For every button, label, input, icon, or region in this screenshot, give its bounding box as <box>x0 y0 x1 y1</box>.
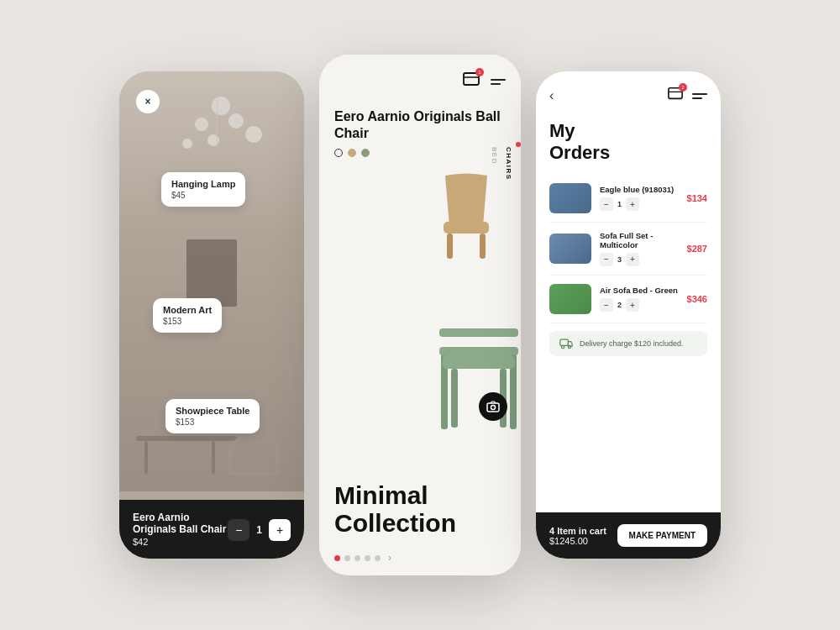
order-item-3: Air Sofa Bed - Green − 2 + $346 <box>549 276 707 323</box>
order3-qty-val: 2 <box>617 301 622 309</box>
product-label-lamp[interactable]: Hanging Lamp $45 <box>161 172 245 207</box>
lamp-wire <box>217 71 218 147</box>
order-item-1: Eagle blue (918031) − 1 + $134 <box>549 175 707 223</box>
back-button[interactable]: ‹ <box>549 88 554 103</box>
svg-point-18 <box>568 345 570 348</box>
bulb-decoration <box>245 126 262 143</box>
svg-rect-7 <box>439 328 518 337</box>
order3-increase[interactable]: + <box>626 298 639 312</box>
order-price-1: $134 <box>687 193 707 203</box>
order-name-1: Eagle blue (918031) <box>600 185 679 194</box>
chair-bottom-svg <box>433 303 521 429</box>
art-price: $153 <box>163 317 212 326</box>
menu-line-1 <box>491 79 506 81</box>
product-title: Eero Aarnio Originals Ball Chair <box>133 512 228 535</box>
order-image-3 <box>549 284 591 314</box>
cart-badge: 1 <box>475 68 484 76</box>
bulb-decoration <box>195 118 208 131</box>
order2-decrease[interactable]: − <box>600 253 613 266</box>
phone-orders: ‹ 2 <box>536 71 721 559</box>
order-qty-2: − 3 + <box>600 253 679 266</box>
order-item-2: Sofa Full Set - Multicolor − 3 + $287 <box>549 223 707 276</box>
order-info-3: Air Sofa Bed - Green − 2 + <box>600 286 679 312</box>
cart-badge-3: 2 <box>679 83 687 92</box>
quantity-decrease-button[interactable]: − <box>228 519 249 541</box>
phone2-header: 1 <box>319 55 521 100</box>
quantity-controls: − 1 + <box>228 519 291 541</box>
menu-line-3-2 <box>692 97 702 99</box>
product-display-area: Eero Aarnio Originals Ball Chair CHAIRS … <box>319 100 521 471</box>
svg-rect-10 <box>451 369 458 428</box>
product-details: Eero Aarnio Originals Ball Chair $42 <box>133 512 228 547</box>
lamp-name: Hanging Lamp <box>171 179 235 189</box>
orders-title-line2: Orders <box>549 142 610 163</box>
order-price-3: $346 <box>687 294 707 304</box>
svg-rect-3 <box>447 234 453 259</box>
camera-button[interactable] <box>479 392 507 421</box>
order-name-2: Sofa Full Set - Multicolor <box>600 231 679 249</box>
order-list: Eagle blue (918031) − 1 + $134 Sofa Full… <box>536 175 721 324</box>
main-title: Minimal Collection <box>334 481 506 537</box>
phone3-header: ‹ 2 <box>536 71 721 113</box>
order-info-1: Eagle blue (918031) − 1 + <box>600 185 679 211</box>
category-bed[interactable]: BED <box>487 142 501 186</box>
header-icons: 2 <box>667 87 707 105</box>
color-option-tan[interactable] <box>348 149 356 157</box>
cart-icon-wrap[interactable]: 1 <box>462 71 480 92</box>
product-bottom-bar: Eero Aarnio Originals Ball Chair $42 − 1… <box>119 500 304 559</box>
order3-decrease[interactable]: − <box>600 298 613 312</box>
pagination-arrow[interactable]: › <box>388 552 391 564</box>
product-label-art[interactable]: Modern Art $153 <box>153 298 222 333</box>
product-label-table[interactable]: Showpiece Table $153 <box>165 399 260 433</box>
order1-increase[interactable]: + <box>626 197 639 211</box>
page-dot-2[interactable] <box>344 555 350 561</box>
product-price: $42 <box>133 537 228 547</box>
page-dot-1[interactable] <box>334 555 340 561</box>
menu-icon[interactable] <box>491 79 506 85</box>
cart-item-count: 4 Item in cart <box>549 526 606 536</box>
menu-line-3-1 <box>692 93 707 95</box>
chair-bottom-img <box>433 303 521 429</box>
order-qty-1: − 1 + <box>600 197 679 211</box>
menu-icon-3[interactable] <box>692 93 707 99</box>
orders-title-area: My Orders <box>536 113 721 175</box>
cart-icon-wrap-3[interactable]: 2 <box>667 87 684 105</box>
category-dot <box>516 142 521 147</box>
phones-container: × Hanging Lamp $45 Modern Art $153 Showp… <box>119 55 721 575</box>
art-name: Modern Art <box>163 305 212 315</box>
category-chairs[interactable]: CHAIRS <box>501 142 516 186</box>
order-info-2: Sofa Full Set - Multicolor − 3 + <box>600 231 679 266</box>
order-image-2 <box>549 234 591 264</box>
bulb-decoration <box>182 139 192 149</box>
order-image-1 <box>549 183 591 213</box>
svg-rect-16 <box>560 339 569 345</box>
close-icon: × <box>144 96 150 108</box>
page-dot-3[interactable] <box>354 555 360 561</box>
svg-rect-4 <box>480 234 486 259</box>
order1-decrease[interactable]: − <box>600 197 613 211</box>
svg-rect-8 <box>439 347 518 355</box>
make-payment-button[interactable]: MAKE PAYMENT <box>617 524 707 547</box>
product-info-row: Eero Aarnio Originals Ball Chair $42 − 1… <box>133 512 291 547</box>
delivery-text: Delivery charge $120 included. <box>580 339 684 348</box>
table <box>136 436 237 441</box>
phone-product-listing: 1 Eero Aarnio Originals Ball Chair <box>319 55 521 575</box>
chair-outline <box>228 433 279 475</box>
svg-rect-12 <box>487 403 499 412</box>
svg-rect-2 <box>444 222 489 234</box>
order2-increase[interactable]: + <box>626 253 639 266</box>
page-dot-5[interactable] <box>375 555 381 561</box>
order-qty-3: − 2 + <box>600 298 679 312</box>
art-decoration <box>186 239 237 307</box>
phone-ar-view: × Hanging Lamp $45 Modern Art $153 Showp… <box>119 71 304 559</box>
quantity-value: 1 <box>256 524 262 536</box>
table-price: $153 <box>176 417 249 427</box>
quantity-increase-button[interactable]: + <box>269 519 291 541</box>
main-title-line1: Minimal <box>334 481 428 509</box>
close-button[interactable]: × <box>136 90 160 113</box>
page-dot-4[interactable] <box>365 555 370 561</box>
table-name: Showpiece Table <box>176 406 249 416</box>
color-option-white[interactable] <box>334 149 343 157</box>
phone3-inner: ‹ 2 <box>536 71 721 559</box>
color-option-green[interactable] <box>361 149 370 157</box>
